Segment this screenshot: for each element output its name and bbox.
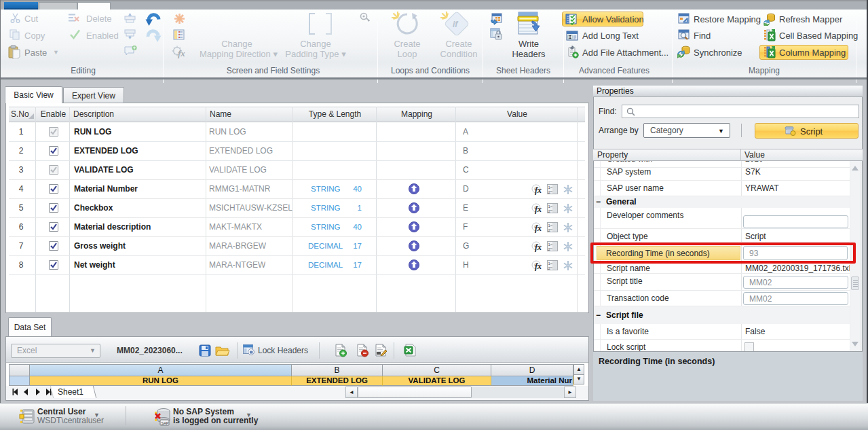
svg-text:fx: fx bbox=[535, 204, 542, 214]
svg-text:fx: fx bbox=[535, 223, 542, 233]
svg-text:if: if bbox=[453, 20, 458, 29]
svg-text:SAP: SAP bbox=[162, 421, 169, 425]
svg-text:fx: fx bbox=[535, 262, 542, 271]
svg-text:fx: fx bbox=[535, 243, 542, 252]
svg-text:fx: fx bbox=[178, 48, 185, 58]
svg-text:fx: fx bbox=[535, 185, 542, 195]
